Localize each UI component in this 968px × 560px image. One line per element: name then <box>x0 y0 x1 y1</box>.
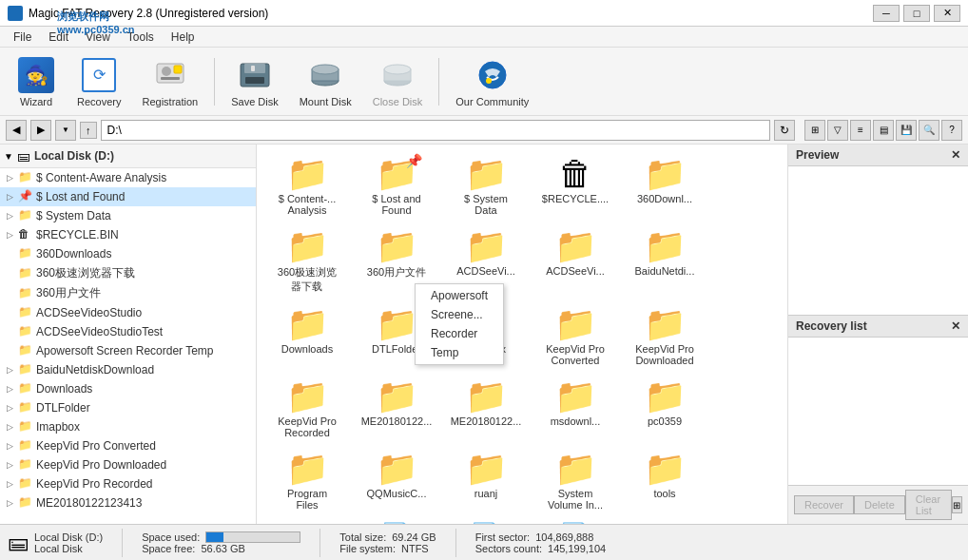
folder-icon: 📁 <box>376 307 418 341</box>
tree-item-dtlfolder[interactable]: ▷ 📁 DTLFolder <box>0 398 256 417</box>
registration-button[interactable]: Registration <box>133 51 206 112</box>
view-detail-button[interactable]: ▤ <box>873 120 894 141</box>
file-label: SystemVolume In... <box>548 488 603 511</box>
tree-item-baidu[interactable]: ▷ 📁 BaiduNetdiskDownload <box>0 360 256 379</box>
file-item-keepvid-recorded[interactable]: 📁 KeepVid ProRecorded <box>264 375 350 443</box>
tooltip-item-screene[interactable]: Screene... <box>416 305 503 324</box>
file-item-me20180122-2[interactable]: 📁 ME20180122... <box>443 375 529 443</box>
tree-item-acdseevideo[interactable]: 📁 ACDSeeVideoStudio <box>0 303 256 322</box>
tree-item-recycle[interactable]: ▷ 🗑 $RECYCLE.BIN <box>0 225 256 244</box>
folder-icon: 📁 <box>18 381 33 396</box>
folder-icon: 📁 <box>465 157 508 191</box>
save-disk-button[interactable]: Save Disk <box>223 51 287 112</box>
recovery-button[interactable]: ⟳ Recovery <box>68 51 129 112</box>
file-label: $RECYCLE.... <box>542 193 609 204</box>
file-item-lost-found[interactable]: 📁 📌 $ Lost andFound <box>354 152 439 221</box>
tree-item-imapbox[interactable]: ▷ 📁 Imapbox <box>0 417 256 436</box>
minimize-button[interactable]: ─ <box>873 5 900 22</box>
file-item-system-data[interactable]: 📁 $ SystemData <box>443 152 529 221</box>
menu-tools[interactable]: Tools <box>120 29 162 46</box>
tree-item-content-analysis[interactable]: ▷ 📁 $ Content-Aware Analysis <box>0 168 256 187</box>
file-item-pc0359[interactable]: 📁 pc0359 <box>622 375 707 443</box>
file-item-recycle[interactable]: 🗑 $RECYCLE.... <box>532 152 618 221</box>
clear-list-button[interactable]: Clear List <box>905 490 952 520</box>
back-button[interactable]: ◀ <box>6 120 27 141</box>
recovery-close-button[interactable]: ✕ <box>951 319 960 333</box>
file-item-keepvid-downloaded[interactable]: 📁 KeepVid ProDownloaded <box>622 302 707 371</box>
filter-button[interactable]: ▽ <box>827 120 848 141</box>
tree-item-apowersoft[interactable]: 📁 Apowersoft Screen Recorder Temp <box>0 341 256 360</box>
menu-help[interactable]: Help <box>164 29 203 46</box>
file-item-360browser[interactable]: 📁 360极速浏览器下载 <box>264 224 350 299</box>
tooltip-item-apowersoft[interactable]: Apowersoft <box>416 286 503 305</box>
file-item-wint[interactable]: 📄 wint.dli <box>532 519 618 524</box>
space-used-bar <box>205 531 300 543</box>
mount-disk-button[interactable]: Mount Disk <box>291 51 360 112</box>
tree-item-lost-found[interactable]: ▷ 📌 $ Lost and Found <box>0 187 256 206</box>
file-item-downloads[interactable]: 📁 Downloads <box>264 302 350 371</box>
wizard-button[interactable]: 🧙 Wizard <box>8 51 65 112</box>
file-item-keepvid-converted[interactable]: 📁 KeepVid ProConverted <box>532 302 618 371</box>
menu-view[interactable]: View <box>78 29 118 46</box>
tree-item-label: 360极速浏览器下载 <box>36 265 135 281</box>
recovery-options-button[interactable]: ⊞ <box>952 496 962 513</box>
file-item-wegame[interactable]: 📁 WeGame <box>264 519 350 524</box>
close-disk-button[interactable]: Close Disk <box>364 51 432 112</box>
file-item-msdownload[interactable]: 📁 msdownl... <box>532 375 618 443</box>
search-button[interactable]: 🔍 <box>919 120 939 141</box>
tooltip-item-recorder[interactable]: Recorder <box>416 324 503 343</box>
view-buttons: ⊞ ▽ ≡ ▤ 💾 🔍 ? <box>804 120 962 141</box>
save-button[interactable]: 💾 <box>896 120 917 141</box>
file-item-acdsee2[interactable]: 📁 ACDSeeVi... <box>532 224 618 299</box>
tree-item-360downloads[interactable]: 📁 360Downloads <box>0 244 256 263</box>
view-grid-button[interactable]: ⊞ <box>804 120 825 141</box>
delete-button[interactable]: Delete <box>854 495 905 514</box>
file-item-tools[interactable]: 📁 tools <box>622 447 707 515</box>
community-button[interactable]: Our Community <box>447 51 537 112</box>
tree-item-keepvid-recorded[interactable]: ▷ 📁 KeepVid Pro Recorded <box>0 474 256 493</box>
file-item-system-volume[interactable]: 📁 SystemVolume In... <box>532 447 618 515</box>
file-item-ruanj[interactable]: 📁 ruanj <box>443 447 529 515</box>
tree-item-downloads[interactable]: ▷ 📁 Downloads <box>0 379 256 398</box>
file-item-360downloads[interactable]: 📁 360Downl... <box>622 152 707 221</box>
preview-close-button[interactable]: ✕ <box>951 148 960 162</box>
tree-item-keepvid-downloaded[interactable]: ▷ 📁 KeepVid Pro Downloaded <box>0 455 256 474</box>
tree-item-system-data[interactable]: ▷ 📁 $ System Data <box>0 206 256 225</box>
file-item-me20180122-1[interactable]: 📁 ME20180122... <box>354 375 439 443</box>
tree-root: ▼ 🖴 Local Disk (D:) <box>0 145 256 168</box>
menu-file[interactable]: File <box>6 29 39 46</box>
folder-icon: 📁 <box>554 452 597 486</box>
tree-item-label: Apowersoft Screen Recorder Temp <box>36 344 214 357</box>
file-item-qqmusic[interactable]: 📁 QQMusicC... <box>354 447 439 515</box>
file-item-program-files[interactable]: 📁 ProgramFiles <box>264 447 350 515</box>
close-button[interactable]: ✕ <box>934 5 960 22</box>
dropdown-button[interactable]: ▼ <box>55 120 76 141</box>
tree-item-keepvid-converted[interactable]: ▷ 📁 KeepVid Pro Converted <box>0 436 256 455</box>
tree-item-360browser[interactable]: 📁 360极速浏览器下载 <box>0 263 256 283</box>
file-item-msdia80[interactable]: 📄 msdia80.dll <box>354 519 439 524</box>
hdd-icon: 🖴 <box>8 531 29 555</box>
view-list-button[interactable]: ≡ <box>850 120 871 141</box>
file-label: KeepVid ProRecorded <box>278 415 337 438</box>
menu-edit[interactable]: Edit <box>41 29 76 46</box>
file-label: ProgramFiles <box>287 488 327 511</box>
file-item-content-analysis[interactable]: 📁 $ Content-...Analysis <box>264 152 350 221</box>
tree-item-acdseevideotest[interactable]: 📁 ACDSeeVideoStudioTest <box>0 322 256 341</box>
up-button[interactable]: ↑ <box>80 122 97 139</box>
tree-item-label: 360用户文件 <box>36 285 101 301</box>
help-button[interactable]: ? <box>941 120 962 141</box>
recover-button[interactable]: Recover <box>794 495 854 514</box>
go-button[interactable]: ↻ <box>774 120 795 141</box>
tooltip-item-temp[interactable]: Temp <box>416 343 503 362</box>
svg-point-1 <box>162 67 171 76</box>
address-input[interactable] <box>101 120 771 141</box>
file-item-timeline[interactable]: 📄 Timeline DiskCaching <box>443 519 529 524</box>
tree-item-360user[interactable]: 📁 360用户文件 <box>0 283 256 303</box>
tree-item-me20180122[interactable]: ▷ 📁 ME20180122123413 <box>0 493 256 512</box>
file-label: msdownl... <box>551 415 601 427</box>
statusbar-sep3 <box>455 529 456 557</box>
file-item-baidu[interactable]: 📁 BaiduNetdi... <box>622 224 707 299</box>
maximize-button[interactable]: □ <box>903 5 930 22</box>
forward-button[interactable]: ▶ <box>30 120 51 141</box>
sectors-count-label: Sectors count: <box>475 543 542 554</box>
